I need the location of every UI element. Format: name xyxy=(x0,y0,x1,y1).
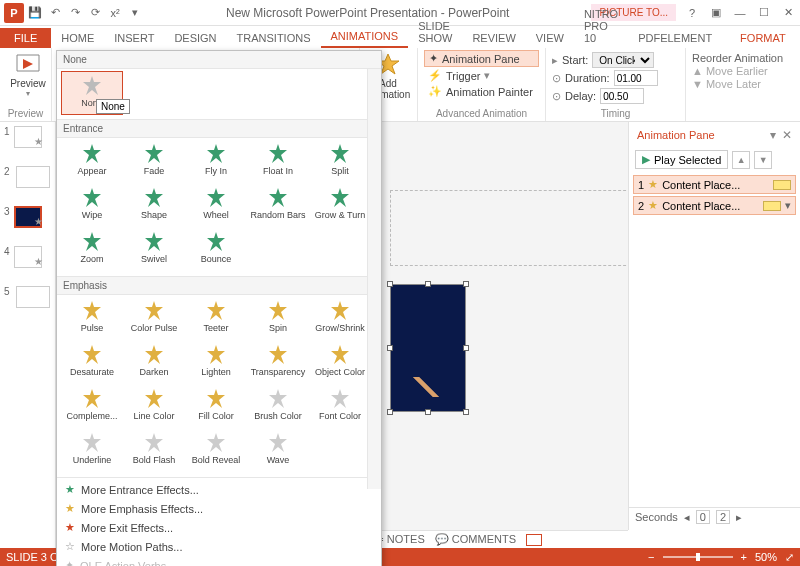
sorter-view-icon[interactable] xyxy=(552,534,568,546)
tab-animations[interactable]: ANIMATIONS xyxy=(321,26,409,48)
zoom-out-button[interactable]: − xyxy=(648,551,654,563)
slide-thumb[interactable]: 1★ xyxy=(0,122,55,162)
effect-desaturate[interactable]: Desaturate xyxy=(61,341,123,385)
tab-pdfelement[interactable]: PDFelement xyxy=(628,28,722,48)
effect-wipe[interactable]: Wipe xyxy=(61,184,123,228)
more-emphasis-effects[interactable]: ★More Emphasis Effects... xyxy=(57,499,381,518)
more-exit-effects[interactable]: ★More Exit Effects... xyxy=(57,518,381,537)
effect-split[interactable]: Split xyxy=(309,140,371,184)
effect-pulse[interactable]: Pulse xyxy=(61,297,123,341)
delay-input[interactable] xyxy=(600,88,644,104)
move-down-button[interactable]: ▼ xyxy=(754,151,772,169)
effect-brush-color[interactable]: Brush Color xyxy=(247,385,309,429)
slide-thumb[interactable]: 5 xyxy=(0,282,55,322)
touch-icon[interactable]: x² xyxy=(106,4,124,22)
tab-design[interactable]: DESIGN xyxy=(164,28,226,48)
pane-dropdown-icon[interactable]: ▾ xyxy=(770,128,776,142)
qat-more-icon[interactable]: ▾ xyxy=(126,4,144,22)
reading-view-icon[interactable] xyxy=(578,534,594,546)
play-selected-button[interactable]: ▶Play Selected xyxy=(635,150,728,169)
animation-painter-button[interactable]: ✨Animation Painter xyxy=(424,84,539,99)
animation-list-item[interactable]: 1★Content Place... xyxy=(633,175,796,194)
zoom-in-button[interactable]: + xyxy=(741,551,747,563)
effect-transparency[interactable]: Transparency xyxy=(247,341,309,385)
more-motion-paths[interactable]: ☆More Motion Paths... xyxy=(57,537,381,556)
effect-fill-color[interactable]: Fill Color xyxy=(185,385,247,429)
tab-home[interactable]: HOME xyxy=(51,28,104,48)
ole-action-verbs[interactable]: ✦OLE Action Verbs... xyxy=(57,556,381,566)
effect-color-pulse[interactable]: Color Pulse xyxy=(123,297,185,341)
slide-thumb[interactable]: 4★ xyxy=(0,242,55,282)
tab-slideshow[interactable]: SLIDE SHOW xyxy=(408,16,462,48)
comments-button[interactable]: 💬 COMMENTS xyxy=(435,533,516,546)
effect-fade[interactable]: Fade xyxy=(123,140,185,184)
normal-view-icon[interactable] xyxy=(526,534,542,546)
more-entrance-effects[interactable]: ★More Entrance Effects... xyxy=(57,480,381,499)
help-icon[interactable]: ? xyxy=(680,4,704,22)
move-up-button[interactable]: ▲ xyxy=(732,151,750,169)
minimize-icon[interactable]: — xyxy=(728,4,752,22)
effect-object-color[interactable]: Object Color xyxy=(309,341,371,385)
effect-appear[interactable]: Appear xyxy=(61,140,123,184)
effect-fly-in[interactable]: Fly In xyxy=(185,140,247,184)
timeline-prev[interactable]: ◂ xyxy=(684,511,690,524)
slide-thumb[interactable]: 3★ xyxy=(0,202,55,242)
preview-button[interactable]: Preview ▾ xyxy=(6,50,50,98)
selected-picture[interactable] xyxy=(390,284,466,412)
effect-bold-flash[interactable]: Bold Flash xyxy=(123,429,185,473)
effect-compleme-[interactable]: Compleme... xyxy=(61,385,123,429)
trigger-button[interactable]: ⚡Trigger ▾ xyxy=(424,68,539,83)
placeholder-outline[interactable] xyxy=(390,190,636,266)
effect-wave[interactable]: Wave xyxy=(247,429,309,473)
effect-grow-turn[interactable]: Grow & Turn xyxy=(309,184,371,228)
chevron-down-icon[interactable]: ▾ xyxy=(785,199,791,212)
effect-random-bars[interactable]: Random Bars xyxy=(247,184,309,228)
effect-bold-reveal[interactable]: Bold Reveal xyxy=(185,429,247,473)
tab-file[interactable]: FILE xyxy=(0,28,51,48)
move-earlier-button[interactable]: ▲ Move Earlier xyxy=(692,65,794,77)
notes-button[interactable]: ≐ NOTES xyxy=(375,533,425,546)
tab-nitro[interactable]: NITRO PRO 10 xyxy=(574,4,628,48)
slide-thumb[interactable]: 2 xyxy=(0,162,55,202)
maximize-icon[interactable]: ☐ xyxy=(752,4,776,22)
ribbon-options-icon[interactable]: ▣ xyxy=(704,4,728,22)
zoom-slider[interactable] xyxy=(663,556,733,558)
effect-wheel[interactable]: Wheel xyxy=(185,184,247,228)
effect-darken[interactable]: Darken xyxy=(123,341,185,385)
timeline-next[interactable]: ▸ xyxy=(736,511,742,524)
gallery-scrollbar[interactable] xyxy=(367,69,381,489)
timeline-bar[interactable] xyxy=(763,201,781,211)
collapse-ribbon-icon[interactable]: ˄ xyxy=(796,30,800,48)
effect-zoom[interactable]: Zoom xyxy=(61,228,123,272)
fit-to-window-icon[interactable]: ⤢ xyxy=(785,551,794,564)
move-later-button[interactable]: ▼ Move Later xyxy=(692,78,794,90)
redo-icon[interactable]: ↷ xyxy=(66,4,84,22)
effect-swivel[interactable]: Swivel xyxy=(123,228,185,272)
effect-teeter[interactable]: Teeter xyxy=(185,297,247,341)
effect-shape[interactable]: Shape xyxy=(123,184,185,228)
tab-insert[interactable]: INSERT xyxy=(104,28,164,48)
slideshow-view-icon[interactable] xyxy=(604,534,620,546)
tab-transitions[interactable]: TRANSITIONS xyxy=(227,28,321,48)
effect-grow-shrink[interactable]: Grow/Shrink xyxy=(309,297,371,341)
effect-lighten[interactable]: Lighten xyxy=(185,341,247,385)
effect-spin[interactable]: Spin xyxy=(247,297,309,341)
close-icon[interactable]: ✕ xyxy=(776,4,800,22)
repeat-icon[interactable]: ⟳ xyxy=(86,4,104,22)
effect-bounce[interactable]: Bounce xyxy=(185,228,247,272)
tab-format[interactable]: FORMAT xyxy=(730,28,796,48)
save-icon[interactable]: 💾 xyxy=(26,4,44,22)
animation-list-item[interactable]: 2★Content Place...▾ xyxy=(633,196,796,215)
start-select[interactable]: On Click xyxy=(592,52,654,68)
timeline-bar[interactable] xyxy=(773,180,791,190)
undo-icon[interactable]: ↶ xyxy=(46,4,64,22)
tab-view[interactable]: VIEW xyxy=(526,28,574,48)
effect-float-in[interactable]: Float In xyxy=(247,140,309,184)
effect-line-color[interactable]: Line Color xyxy=(123,385,185,429)
tab-review[interactable]: REVIEW xyxy=(462,28,525,48)
animation-pane-button[interactable]: ✦Animation Pane xyxy=(424,50,539,67)
effect-underline[interactable]: Underline xyxy=(61,429,123,473)
duration-input[interactable] xyxy=(614,70,658,86)
effect-font-color[interactable]: Font Color xyxy=(309,385,371,429)
pane-close-icon[interactable]: ✕ xyxy=(782,128,792,142)
